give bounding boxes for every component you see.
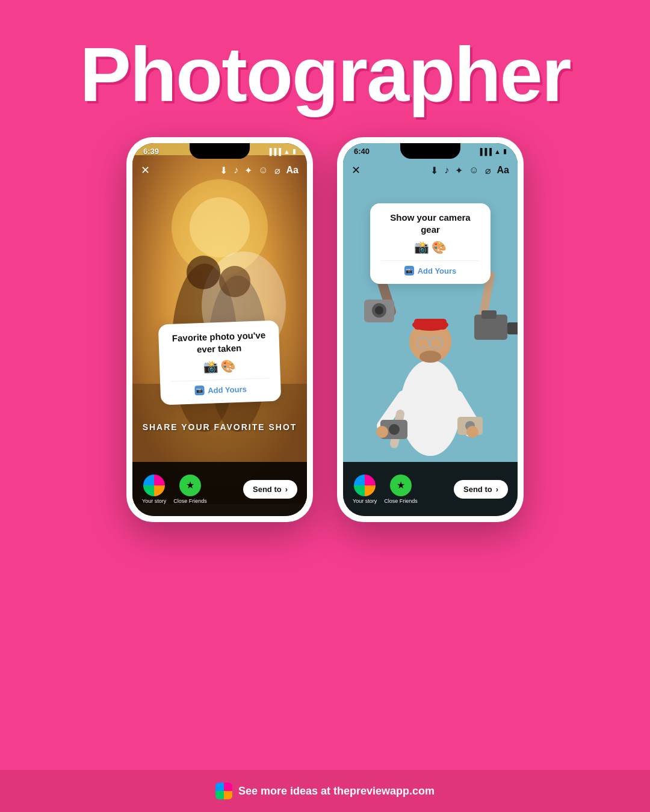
svg-point-2: [190, 197, 250, 257]
sticker-icon[interactable]: ✦: [244, 165, 252, 176]
your-story-label-2: Your story: [353, 498, 377, 504]
close-friends-item-2[interactable]: ★ Close Friends: [384, 475, 418, 504]
wifi-icon: ▲: [283, 148, 290, 155]
phone-2-frame: 6:40 ▐▐▐ ▲ ▮ ✕ ⬇ ♪ ✦ ☺ ⌀ Aa: [337, 137, 524, 522]
svg-point-30: [389, 424, 400, 435]
battery-icon-2: ▮: [503, 147, 507, 155]
camera-scene-illustration: [343, 143, 518, 516]
svg-rect-13: [414, 319, 447, 330]
phone-2-bottom-bar: Your story ★ Close Friends Send to ›: [343, 462, 518, 516]
emoji-icon-2[interactable]: ☺: [469, 165, 478, 176]
wifi-icon-2: ▲: [494, 148, 501, 155]
phone-1-frame: 6:39 ▐▐▐ ▲ ▮ ✕ ⬇ ♪ ✦ ☺ ⌀ Aa: [126, 137, 313, 522]
close-friends-label-2: Close Friends: [384, 498, 418, 504]
phone-2-inner: 6:40 ▐▐▐ ▲ ▮ ✕ ⬇ ♪ ✦ ☺ ⌀ Aa: [343, 143, 518, 516]
sticker-1-add-label: Add Yours: [208, 384, 247, 395]
sticker-2-emoji-1: 📸: [414, 240, 429, 254]
sticker-1-emoji-2: 🎨: [221, 358, 237, 374]
sticker-2-emoji-row: 📸 🎨: [381, 240, 480, 254]
add-yours-sticker-1[interactable]: Favorite photo you've ever taken 📸 🎨 📷 A…: [158, 320, 282, 405]
phone-2-status-icons: ▐▐▐ ▲ ▮: [478, 147, 507, 155]
phone-2-toolbar-icons: ⬇ ♪ ✦ ☺ ⌀ Aa: [430, 165, 509, 176]
sticker-2-add-label: Add Yours: [418, 266, 457, 275]
sticker-1-divider: [171, 378, 270, 382]
phone-2-time: 6:40: [354, 147, 370, 156]
sticker-camera-icon-2: 📷: [404, 266, 414, 275]
sticker-icon-2[interactable]: ✦: [455, 165, 463, 176]
send-to-label-2: Send to: [463, 485, 492, 494]
send-to-arrow-1: ›: [285, 485, 288, 494]
download-icon-2[interactable]: ⬇: [430, 165, 438, 176]
phone-1-time: 6:39: [143, 147, 159, 156]
title-section: Photographer: [79, 36, 570, 113]
phone-1-notch: [190, 143, 250, 159]
svg-point-7: [219, 266, 250, 297]
sticker-camera-icon-1: 📷: [194, 386, 205, 396]
text-icon-2[interactable]: Aa: [497, 165, 509, 176]
your-story-item-2[interactable]: Your story: [353, 475, 377, 504]
sticker-2-add-yours-btn[interactable]: 📷 Add Yours: [381, 266, 480, 275]
phone-2-bg: [343, 143, 518, 516]
close-friends-avatar-2: ★: [390, 475, 412, 496]
phone-1-bottom-text: SHARE YOUR FAVORITE SHOT: [132, 422, 307, 432]
svg-point-23: [375, 306, 383, 315]
sticker-1-title: Favorite photo you've ever taken: [169, 329, 268, 356]
your-story-avatar-2: [354, 475, 376, 496]
sticker-2-emoji-2: 🎨: [432, 240, 447, 254]
phone-1-status-icons: ▐▐▐ ▲ ▮: [267, 147, 296, 155]
phone-1-bottom-bar: Your story ★ Close Friends Send to ›: [132, 462, 307, 516]
close-icon-2[interactable]: ✕: [351, 164, 361, 177]
close-friends-label-1: Close Friends: [173, 498, 207, 504]
link-icon-2[interactable]: ⌀: [485, 165, 491, 176]
text-icon[interactable]: Aa: [286, 165, 299, 176]
add-yours-sticker-2[interactable]: Show your camera gear 📸 🎨 📷 Add Yours: [370, 203, 491, 284]
svg-rect-27: [507, 322, 518, 334]
send-to-btn-2[interactable]: Send to ›: [454, 480, 508, 499]
footer-text: See more ideas at thepreviewapp.com: [238, 785, 435, 798]
svg-point-17: [419, 351, 441, 363]
battery-icon: ▮: [292, 147, 296, 155]
link-icon[interactable]: ⌀: [274, 165, 280, 176]
phone-2-status-bar: 6:40 ▐▐▐ ▲ ▮: [343, 143, 518, 159]
your-story-label-1: Your story: [142, 498, 166, 504]
svg-point-10: [400, 360, 460, 456]
svg-rect-26: [481, 310, 497, 319]
phone-1-story-items: Your story ★ Close Friends: [142, 475, 207, 504]
phone-1-toolbar-icons: ⬇ ♪ ✦ ☺ ⌀ Aa: [220, 165, 299, 176]
download-icon[interactable]: ⬇: [220, 165, 228, 176]
sticker-2-divider: [381, 260, 480, 261]
svg-point-34: [376, 426, 388, 438]
send-to-btn-1[interactable]: Send to ›: [243, 480, 297, 499]
svg-point-35: [466, 426, 478, 438]
sticker-1-emoji-row: 📸 🎨: [170, 357, 270, 375]
phone-2-story-items: Your story ★ Close Friends: [353, 475, 418, 504]
send-to-label-1: Send to: [253, 485, 282, 494]
emoji-icon[interactable]: ☺: [258, 165, 268, 176]
main-title: Photographer: [79, 36, 570, 113]
sticker-2-title: Show your camera gear: [381, 212, 480, 235]
your-story-avatar-1: [143, 475, 165, 496]
phone-2-toolbar: ✕ ⬇ ♪ ✦ ☺ ⌀ Aa: [343, 160, 518, 180]
send-to-arrow-2: ›: [496, 485, 498, 494]
phone-1-toolbar: ✕ ⬇ ♪ ✦ ☺ ⌀ Aa: [132, 160, 307, 180]
sticker-1-add-yours-btn[interactable]: 📷 Add Yours: [171, 383, 270, 396]
close-friends-item-1[interactable]: ★ Close Friends: [173, 475, 207, 504]
sticker-1-emoji-1: 📸: [203, 359, 219, 374]
phone-1-inner: 6:39 ▐▐▐ ▲ ▮ ✕ ⬇ ♪ ✦ ☺ ⌀ Aa: [132, 143, 307, 516]
music-icon-2[interactable]: ♪: [444, 165, 449, 176]
svg-point-6: [187, 256, 220, 289]
footer: See more ideas at thepreviewapp.com: [0, 770, 650, 812]
phones-container: 6:39 ▐▐▐ ▲ ▮ ✕ ⬇ ♪ ✦ ☺ ⌀ Aa: [126, 137, 524, 522]
footer-logo: [215, 783, 232, 799]
close-icon[interactable]: ✕: [141, 164, 150, 177]
signal-icon-2: ▐▐▐: [478, 148, 492, 155]
music-icon[interactable]: ♪: [234, 165, 238, 176]
your-story-item-1[interactable]: Your story: [142, 475, 166, 504]
close-friends-avatar-1: ★: [179, 475, 201, 496]
signal-icon: ▐▐▐: [267, 148, 281, 155]
